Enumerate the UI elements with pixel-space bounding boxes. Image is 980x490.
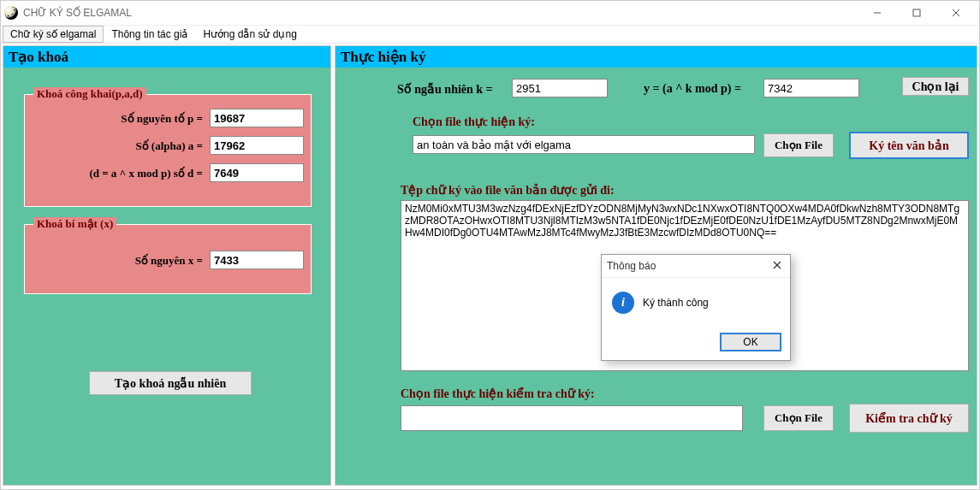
maximize-button[interactable] bbox=[897, 1, 936, 25]
group-public-key: Khoá công khai(p,a,d) Số nguyên tố p = S… bbox=[24, 94, 312, 207]
info-icon: i bbox=[612, 292, 634, 314]
dialog-message: Ký thành công bbox=[643, 297, 709, 309]
input-a[interactable] bbox=[210, 136, 304, 155]
label-k: Số ngẫu nhiên k = bbox=[397, 82, 493, 97]
content-area: Tạo khoá Khoá công khai(p,a,d) Số nguyên… bbox=[1, 44, 979, 487]
input-k[interactable] bbox=[512, 79, 608, 97]
input-p[interactable] bbox=[210, 109, 304, 127]
input-d[interactable] bbox=[210, 163, 304, 182]
group-public-key-title: Khoá công khai(p,a,d) bbox=[33, 87, 146, 101]
panel-keygen: Tạo khoá Khoá công khai(p,a,d) Số nguyên… bbox=[3, 45, 331, 486]
app-icon bbox=[4, 6, 18, 20]
panel-sign: Thực hiện ký Số ngẫu nhiên k = y = (a ^ … bbox=[335, 45, 977, 486]
panel-sign-header: Thực hiện ký bbox=[336, 46, 977, 68]
close-button[interactable] bbox=[936, 1, 976, 25]
dialog-ok-button[interactable]: OK bbox=[720, 333, 781, 351]
label-file-sign: Chọn file thực hiện ký: bbox=[413, 115, 535, 129]
app-window: CHỮ KÝ SỐ ELGAMAL Chữ ký số elgamal Thôn… bbox=[0, 0, 980, 490]
label-y: y = (a ^ k mod p) = bbox=[644, 82, 741, 96]
menu-tab-author[interactable]: Thông tin tác giả bbox=[104, 26, 195, 43]
menu-tab-elgamal[interactable]: Chữ ký số elgamal bbox=[3, 26, 104, 43]
sign-button[interactable]: Ký tên văn bản bbox=[849, 132, 969, 159]
menu-tab-help[interactable]: Hướng dẫn sử dụng bbox=[195, 26, 304, 43]
group-private-key-title: Khoá bí mật (x) bbox=[33, 217, 116, 231]
input-y[interactable] bbox=[763, 79, 859, 97]
label-d: (d = a ^ x mod p) số d = bbox=[25, 167, 203, 180]
svg-rect-1 bbox=[913, 9, 920, 16]
reroll-button[interactable]: Chọn lại bbox=[902, 77, 969, 96]
verify-button[interactable]: Kiểm tra chữ ký bbox=[849, 404, 969, 433]
label-p: Số nguyên tố p = bbox=[25, 112, 203, 126]
label-x: Số nguyên x = bbox=[25, 254, 203, 268]
input-x[interactable] bbox=[210, 251, 304, 269]
menubar: Chữ ký số elgamal Thông tin tác giả Hướn… bbox=[1, 26, 979, 44]
dialog-title: Thông báo bbox=[607, 260, 656, 272]
choose-file-sign-button[interactable]: Chọn File bbox=[763, 133, 834, 157]
generate-key-button[interactable]: Tạo khoá ngẫu nhiên bbox=[89, 371, 252, 395]
label-file-verify: Chọn file thực hiện kiểm tra chữ ký: bbox=[401, 387, 595, 401]
label-a: Số (alpha) a = bbox=[25, 139, 203, 153]
input-file-sign[interactable] bbox=[413, 135, 755, 154]
choose-file-verify-button[interactable]: Chọn File bbox=[763, 405, 834, 431]
input-file-verify[interactable] bbox=[401, 405, 743, 431]
minimize-button[interactable] bbox=[858, 1, 897, 25]
window-title: CHỮ KÝ SỐ ELGAMAL bbox=[23, 7, 132, 19]
panel-keygen-header: Tạo khoá bbox=[3, 46, 330, 68]
info-dialog: Thông báo i Ký thành công OK bbox=[601, 254, 791, 361]
titlebar: CHỮ KÝ SỐ ELGAMAL bbox=[1, 1, 979, 26]
dialog-close-button[interactable] bbox=[769, 260, 785, 272]
group-private-key: Khoá bí mật (x) Số nguyên x = bbox=[24, 224, 312, 294]
label-signature-output: Tệp chữ ký vào file văn bản được gửi đi: bbox=[401, 183, 615, 198]
